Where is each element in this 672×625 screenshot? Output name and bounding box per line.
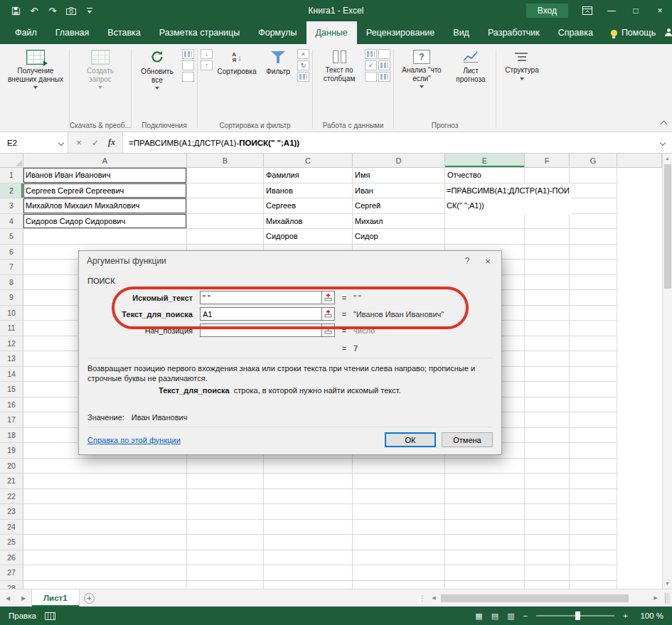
cell-F19[interactable]	[525, 443, 570, 459]
cell-G19[interactable]	[570, 443, 617, 459]
cell-A3[interactable]: Михайлов Михаил Михайлович	[23, 198, 187, 214]
scroll-right-icon[interactable]: ▶	[650, 595, 661, 601]
cell-G8[interactable]	[570, 275, 617, 291]
row-header-14[interactable]: 14	[0, 367, 23, 383]
scroll-up-icon[interactable]: ▲	[665, 155, 670, 162]
cell-B3[interactable]	[187, 198, 264, 214]
cell-G7[interactable]	[570, 260, 617, 275]
cell-F21[interactable]	[525, 474, 570, 489]
cell-D5[interactable]: Сидор	[353, 229, 445, 245]
function-help-link[interactable]: Справка по этой функции	[87, 436, 181, 444]
row-header-26[interactable]: 26	[0, 550, 23, 566]
enter-entry-icon[interactable]: ✓	[88, 136, 102, 150]
sheet-nav-right-icon[interactable]: ▶	[16, 589, 31, 607]
cell-E27[interactable]	[445, 565, 525, 581]
collapse-ribbon-icon[interactable]	[661, 121, 668, 128]
cell-C23[interactable]	[264, 504, 353, 520]
cell-B23[interactable]	[187, 504, 264, 520]
cell-G16[interactable]	[570, 397, 617, 413]
cell-C26[interactable]	[264, 550, 353, 566]
zoom-out-icon[interactable]: −	[523, 611, 528, 620]
cell-A22[interactable]	[23, 489, 187, 505]
normal-view-icon[interactable]: ▦	[475, 611, 482, 621]
cell-F1[interactable]	[525, 168, 570, 183]
data-validation-icon[interactable]: ✓	[365, 60, 377, 70]
cell-F23[interactable]	[525, 504, 570, 520]
cell-F16[interactable]	[525, 397, 570, 413]
refresh-all-button[interactable]: Обновить все	[134, 48, 180, 92]
new-query-button[interactable]: Создать запрос	[73, 48, 128, 91]
collapse-dialog-icon[interactable]	[321, 324, 335, 337]
dialog-help-button[interactable]: ?	[457, 256, 477, 266]
column-header-B[interactable]: B	[187, 154, 264, 168]
cell-E28[interactable]	[445, 581, 525, 589]
row-header-5[interactable]: 5	[0, 229, 23, 245]
row-header-19[interactable]: 19	[0, 443, 23, 459]
cell-B1[interactable]	[187, 168, 264, 183]
cell-F6[interactable]	[525, 245, 570, 260]
row-header-17[interactable]: 17	[0, 412, 23, 428]
cell-A27[interactable]	[23, 565, 187, 581]
cell-F8[interactable]	[525, 275, 570, 291]
cell-C5[interactable]: Сидоров	[264, 229, 353, 245]
cell-G25[interactable]	[570, 535, 617, 550]
column-header-F[interactable]: F	[525, 154, 570, 168]
horizontal-scrollbar[interactable]: ◀ ▶	[428, 589, 663, 607]
row-header-7[interactable]: 7	[0, 260, 23, 275]
cell-D4[interactable]: Михаил	[353, 214, 445, 230]
row-header-12[interactable]: 12	[0, 336, 23, 352]
cell-B4[interactable]	[187, 214, 264, 230]
zoom-slider-thumb[interactable]	[575, 611, 580, 620]
cell-F25[interactable]	[525, 535, 570, 550]
cell-A25[interactable]	[23, 535, 187, 550]
cell-C25[interactable]	[264, 535, 353, 550]
new-sheet-button[interactable]: +	[80, 589, 100, 607]
cell-F18[interactable]	[525, 428, 570, 444]
cell-G5[interactable]	[570, 229, 617, 245]
what-if-analysis-button[interactable]: ? Анализ "что если"	[397, 48, 447, 90]
row-header-6[interactable]: 6	[0, 245, 23, 260]
cell-F12[interactable]	[525, 336, 570, 352]
ribbon-display-options-icon[interactable]	[575, 0, 599, 21]
cell-B21[interactable]	[187, 474, 264, 489]
vertical-scroll-thumb[interactable]	[664, 164, 671, 289]
tab-file[interactable]: Файл	[6, 21, 46, 44]
sign-in-button[interactable]: Вход	[526, 4, 568, 18]
advanced-filter-icon[interactable]	[297, 72, 309, 82]
cell-B5[interactable]	[187, 229, 264, 245]
cell-E5[interactable]	[445, 229, 525, 245]
tab-insert[interactable]: Вставка	[98, 21, 149, 44]
cell-G2[interactable]	[570, 183, 617, 199]
cell-F15[interactable]	[525, 382, 570, 397]
cell-E23[interactable]	[445, 504, 525, 520]
cell-C1[interactable]: Фамилия	[264, 168, 353, 183]
qat-customize-icon[interactable]	[81, 2, 98, 19]
cell-B24[interactable]	[187, 520, 264, 535]
cell-A1[interactable]: Иванов Иван Иванович	[23, 168, 187, 183]
tab-data[interactable]: Данные	[306, 21, 357, 44]
minimize-button[interactable]: —	[599, 0, 624, 21]
insert-function-icon[interactable]: fx	[105, 136, 119, 150]
cancel-button[interactable]: Отмена	[442, 432, 493, 447]
page-layout-view-icon[interactable]: ▤	[491, 611, 498, 621]
column-header-E[interactable]: E	[445, 154, 525, 168]
cell-B25[interactable]	[187, 535, 264, 550]
cell-B27[interactable]	[187, 565, 264, 581]
row-header-28[interactable]: 28	[0, 581, 23, 589]
sheet-tab-list1[interactable]: Лист1	[31, 589, 80, 607]
cell-G23[interactable]	[570, 504, 617, 520]
cell-A5[interactable]	[23, 229, 187, 245]
tab-scroll-divider[interactable]: ⋮	[417, 589, 428, 607]
cell-A24[interactable]	[23, 520, 187, 535]
cell-F28[interactable]	[525, 581, 570, 589]
cell-C21[interactable]	[264, 474, 353, 489]
cell-D20[interactable]	[353, 459, 445, 474]
cell-C28[interactable]	[264, 581, 353, 589]
cell-D3[interactable]: Сергей	[353, 198, 445, 214]
cell-E4[interactable]	[445, 214, 525, 230]
cell-G9[interactable]	[570, 290, 617, 306]
cell-A21[interactable]	[23, 474, 187, 489]
flash-fill-icon[interactable]	[365, 49, 377, 59]
cell-F13[interactable]	[525, 351, 570, 367]
close-button[interactable]: ×	[648, 0, 672, 21]
